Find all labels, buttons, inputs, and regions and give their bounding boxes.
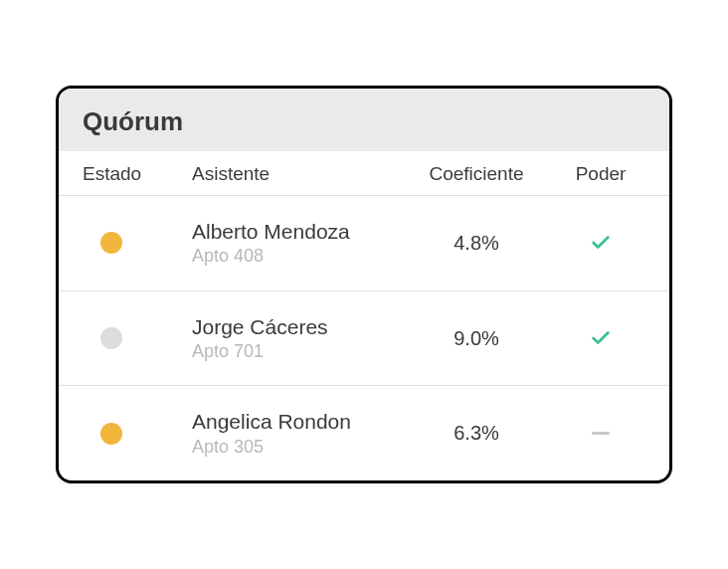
coefficient-cell: 6.3% bbox=[397, 422, 556, 445]
attendee-name: Angelica Rondon bbox=[192, 408, 397, 435]
status-dot-icon bbox=[100, 327, 122, 349]
header-poder: Poder bbox=[556, 163, 645, 185]
attendee-unit: Apto 305 bbox=[192, 436, 397, 459]
check-icon bbox=[590, 232, 612, 254]
card-header: Quórum bbox=[59, 89, 669, 151]
table-row[interactable]: Jorge CáceresApto 7019.0% bbox=[59, 291, 669, 387]
status-dot-icon bbox=[100, 423, 122, 445]
attendee-name: Jorge Cáceres bbox=[192, 313, 397, 340]
coefficient-value: 6.3% bbox=[454, 422, 499, 444]
coefficient-value: 9.0% bbox=[454, 327, 499, 349]
table-header-row: Estado Asistente Coeficiente Poder bbox=[59, 151, 669, 196]
table-row[interactable]: Alberto MendozaApto 4084.8% bbox=[59, 196, 669, 291]
table-row[interactable]: Angelica RondonApto 3056.3% bbox=[59, 386, 669, 480]
coefficient-cell: 9.0% bbox=[397, 327, 556, 350]
header-coeficiente: Coeficiente bbox=[397, 163, 556, 185]
status-dot-icon bbox=[100, 232, 122, 254]
attendee-name: Alberto Mendoza bbox=[192, 218, 397, 245]
check-icon bbox=[590, 327, 612, 349]
power-cell bbox=[556, 327, 645, 349]
attendee-unit: Apto 408 bbox=[192, 245, 397, 268]
status-cell bbox=[83, 232, 172, 254]
header-estado: Estado bbox=[83, 163, 172, 185]
coefficient-value: 4.8% bbox=[454, 232, 499, 254]
attendee-cell: Jorge CáceresApto 701 bbox=[172, 313, 397, 364]
quorum-card: Quórum Estado Asistente Coeficiente Pode… bbox=[56, 86, 672, 483]
table-body: Alberto MendozaApto 4084.8%Jorge Cáceres… bbox=[59, 196, 669, 480]
attendee-cell: Angelica RondonApto 305 bbox=[172, 408, 397, 459]
coefficient-cell: 4.8% bbox=[397, 232, 556, 255]
power-cell bbox=[556, 232, 645, 254]
card-title: Quórum bbox=[83, 106, 645, 137]
status-cell bbox=[83, 423, 172, 445]
power-cell bbox=[556, 432, 645, 435]
attendee-cell: Alberto MendozaApto 408 bbox=[172, 218, 397, 269]
dash-icon bbox=[592, 432, 610, 435]
header-asistente: Asistente bbox=[172, 163, 397, 185]
attendee-unit: Apto 701 bbox=[192, 340, 397, 363]
status-cell bbox=[83, 327, 172, 349]
